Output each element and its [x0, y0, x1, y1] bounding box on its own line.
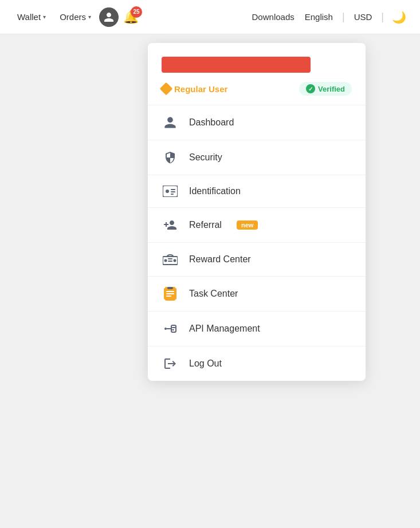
svg-point-19: [164, 328, 167, 330]
reward-center-icon: [162, 253, 179, 266]
verified-text: Verified: [318, 85, 345, 93]
user-type-label: Regular User: [162, 84, 227, 94]
identification-icon: [162, 186, 179, 197]
menu-item-referral[interactable]: Referral new: [148, 207, 366, 242]
redacted-name-bar: [162, 57, 311, 73]
orders-label: Orders: [60, 12, 86, 22]
svg-rect-12: [166, 291, 174, 292]
svg-rect-15: [167, 287, 173, 289]
regular-user-text: Regular User: [174, 84, 227, 94]
svg-point-6: [164, 259, 167, 262]
orders-nav[interactable]: Orders ▾: [54, 7, 97, 26]
svg-rect-2: [171, 189, 175, 190]
user-avatar[interactable]: [99, 7, 119, 27]
logout-label: Log Out: [189, 358, 222, 369]
downloads-link[interactable]: Downloads: [249, 10, 298, 24]
diamond-icon: [160, 82, 173, 96]
referral-label: Referral: [189, 220, 222, 230]
referral-icon: [162, 218, 179, 232]
notifications-bell[interactable]: 🔔 25: [121, 7, 141, 27]
api-management-icon: [162, 322, 179, 336]
user-dropdown: Regular User ✓ Verified Dashboard Securi…: [148, 43, 366, 381]
divider-1: |: [342, 11, 345, 23]
menu-item-dashboard[interactable]: Dashboard: [148, 105, 366, 140]
notification-count: 25: [131, 6, 142, 18]
security-icon: [162, 151, 179, 164]
security-label: Security: [189, 152, 222, 163]
svg-rect-16: [171, 325, 176, 332]
svg-point-7: [174, 259, 176, 262]
api-management-label: API Management: [189, 324, 260, 334]
currency-selector[interactable]: USD: [351, 10, 376, 24]
verified-badge: ✓ Verified: [299, 82, 352, 96]
svg-rect-4: [171, 194, 174, 195]
svg-rect-18: [172, 329, 174, 330]
dark-mode-toggle[interactable]: 🌙: [390, 8, 409, 26]
svg-rect-14: [166, 295, 171, 297]
nav-right-section: Downloads English | USD | 🌙: [249, 8, 409, 26]
menu-item-api-management[interactable]: API Management: [148, 311, 366, 346]
svg-rect-8: [168, 258, 172, 259]
verified-check-icon: ✓: [306, 84, 315, 93]
logout-icon: [162, 357, 179, 371]
dashboard-icon: [162, 116, 179, 129]
navbar: Wallet ▾ Orders ▾ 🔔 25 Downloads English…: [0, 0, 420, 34]
svg-rect-17: [172, 327, 175, 328]
wallet-nav[interactable]: Wallet ▾: [11, 7, 52, 26]
menu-item-task-center[interactable]: Task Center: [148, 276, 366, 311]
menu-item-identification[interactable]: Identification: [148, 175, 366, 207]
svg-point-1: [166, 190, 169, 193]
language-selector[interactable]: English: [301, 10, 336, 24]
svg-rect-3: [171, 191, 175, 192]
referral-new-badge: new: [237, 220, 258, 230]
svg-rect-9: [168, 261, 172, 262]
reward-center-label: Reward Center: [189, 254, 251, 265]
menu-item-logout[interactable]: Log Out: [148, 346, 366, 381]
identification-label: Identification: [189, 186, 241, 196]
user-type-row: Regular User ✓ Verified: [148, 77, 366, 105]
task-center-label: Task Center: [189, 289, 238, 299]
task-center-icon: [162, 287, 179, 301]
menu-item-reward-center[interactable]: Reward Center: [148, 242, 366, 276]
svg-rect-0: [163, 186, 178, 197]
menu-item-security[interactable]: Security: [148, 140, 366, 175]
dashboard-label: Dashboard: [189, 117, 234, 128]
svg-rect-13: [166, 293, 174, 294]
divider-2: |: [381, 11, 384, 23]
orders-chevron-icon: ▾: [88, 14, 91, 20]
wallet-label: Wallet: [17, 12, 41, 22]
wallet-chevron-icon: ▾: [43, 14, 46, 20]
